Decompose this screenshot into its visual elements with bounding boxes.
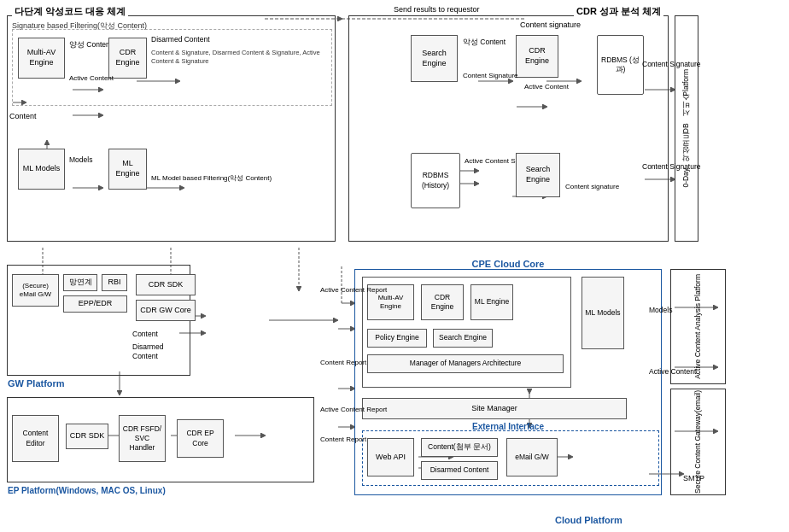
search-engine-cpe: Search Engine bbox=[433, 329, 493, 348]
ep-platform-title: EP Platform(Windows, MAC OS, Linux) bbox=[8, 486, 166, 495]
content-report-1: Content Report bbox=[320, 359, 366, 367]
send-results-label: Send results to requestor bbox=[392, 5, 482, 14]
policy-engine: Policy Engine bbox=[367, 329, 427, 348]
ml-model-filter-label: ML Model based Filtering(악성 Content) bbox=[151, 174, 272, 183]
cdr-ep-core: CDR EP Core bbox=[177, 419, 224, 458]
site-manager: Site Manager bbox=[362, 398, 627, 419]
content-sig-label: Content & Signature, Disarmed Content & … bbox=[151, 49, 335, 66]
web-api: Web API bbox=[367, 438, 414, 476]
active-content-right-label: Active Content bbox=[649, 367, 696, 377]
disarmed-content-ext: Disarmed Content bbox=[421, 461, 498, 480]
content-editor: Content Editor bbox=[12, 415, 59, 462]
content-sig-top: Content signature bbox=[520, 20, 581, 29]
gw-platform-title: GW Platform bbox=[8, 378, 65, 389]
search-engine-top: Search Engine bbox=[411, 35, 458, 82]
content-sig-right: Content Signature bbox=[463, 72, 518, 80]
cpe-ml-engine: ML Engine bbox=[470, 284, 513, 320]
content-input-label: Content bbox=[9, 112, 37, 120]
secure-email-gw: (Secure) eMail G/W bbox=[12, 274, 59, 307]
cloud-platform-title: Cloud Platform bbox=[555, 515, 622, 525]
left-top-title: 다단계 악성코드 대응 체계 bbox=[12, 5, 128, 18]
disarmed-content-label: Disarmed Content bbox=[151, 35, 210, 44]
multi-av-engine: Multi-AV Engine bbox=[18, 38, 65, 79]
cpe-cdr-engine: CDR Engine bbox=[421, 284, 464, 320]
cdr-engine-right-top: CDR Engine bbox=[516, 35, 558, 78]
rbi: RBI bbox=[102, 274, 127, 291]
active-content-report-1: Active Content Report bbox=[320, 286, 387, 295]
content-sig-label-2: Content Signature bbox=[642, 162, 701, 172]
rdbms-history-right: RDBMS (History) bbox=[411, 153, 460, 208]
content-sig-bottom: Content signature bbox=[565, 183, 619, 191]
content-report-2: Content Report bbox=[320, 436, 366, 444]
cdr-engine-top: CDR Engine bbox=[108, 38, 147, 79]
active-content-right: Active Content bbox=[524, 83, 569, 91]
smtp-label: SMTP bbox=[683, 474, 704, 482]
mang-yeon: 망연계 bbox=[63, 274, 97, 291]
content-gw-label: Content bbox=[132, 330, 158, 338]
yangseong-label: 양성 Content bbox=[69, 40, 112, 50]
right-top-title: CDR 성과 분석 체계 bbox=[574, 5, 663, 18]
rdbms-seongwa: RDBMS (성과) bbox=[597, 35, 644, 95]
disarmed-gw-label: Disarmed Content bbox=[132, 342, 190, 361]
mom-arch: Manager of Managers Architecture bbox=[367, 354, 564, 373]
ml-models-left: ML Models bbox=[18, 149, 65, 190]
cpe-cloud-title: CPE Cloud Core bbox=[470, 259, 547, 269]
cdr-sdk-gw: CDR SDK bbox=[136, 274, 196, 295]
cdr-gw-core: CDR GW Core bbox=[136, 300, 196, 321]
cdr-fsfd: CDR FSFD/ SVC Handler bbox=[119, 415, 166, 462]
epp-edr: EPP/EDR bbox=[63, 295, 127, 313]
content-doc: Content(첨부 문서) bbox=[421, 438, 498, 457]
ml-engine-left: ML Engine bbox=[108, 149, 147, 190]
models-right-label: Models bbox=[649, 306, 672, 314]
search-engine-bottom: Search Engine bbox=[516, 153, 560, 197]
active-content-report-2: Active Content Report bbox=[320, 406, 387, 414]
content-sig-label-1: Content Signature bbox=[642, 60, 701, 69]
active-content-label: Active Content bbox=[69, 74, 114, 83]
malseong-label: 악성 Content bbox=[463, 38, 506, 47]
models-label: Models bbox=[69, 155, 92, 164]
cdr-sdk-ep: CDR SDK bbox=[66, 424, 108, 449]
cpe-ml-models: ML Models bbox=[582, 277, 624, 349]
email-gw-ext: eMail G/W bbox=[506, 438, 558, 476]
active-content-analysis: Active Content Analysis Platform bbox=[693, 274, 703, 379]
